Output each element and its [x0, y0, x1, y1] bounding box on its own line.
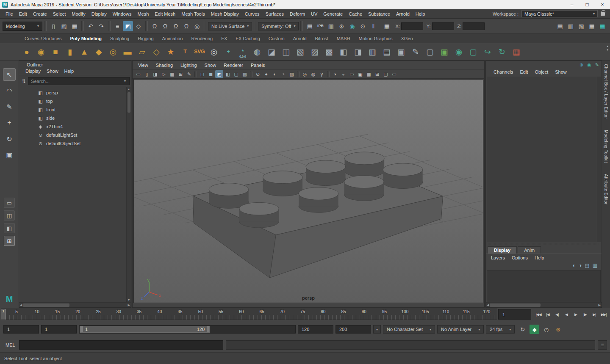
icon[interactable] — [250, 71, 252, 77]
shelf-scroll-spinner[interactable]: ▴ ▾ — [607, 44, 608, 52]
poly-plane-icon[interactable]: ▬ — [121, 45, 134, 58]
bounding-box-mode-icon[interactable]: ▢ — [232, 70, 240, 78]
shelf-tab[interactable]: Animation — [158, 35, 187, 42]
menu-item[interactable]: UV — [308, 11, 320, 17]
menu-item[interactable]: Show — [201, 63, 220, 68]
outliner-item[interactable]: ◧ top — [19, 97, 126, 105]
shelf-tab[interactable]: Rendering — [187, 35, 217, 42]
workspace-selector[interactable]: Maya Classic* ▾ — [521, 10, 598, 17]
poly-cone-icon[interactable]: ▲ — [78, 45, 91, 58]
menu-item[interactable]: Help — [413, 11, 428, 17]
combine-icon[interactable]: ◍ — [251, 45, 263, 58]
separate-icon[interactable]: ◪ — [265, 45, 278, 58]
four-pane-layout-button[interactable]: ⊞ — [4, 236, 15, 246]
menu-item[interactable]: Display — [22, 69, 44, 74]
lock-icon[interactable] — [601, 12, 605, 16]
single-pane-layout-button[interactable]: ▭ — [4, 198, 15, 208]
sculpt-tool-icon[interactable]: ✎ — [409, 45, 422, 58]
outliner-search-input[interactable] — [28, 77, 130, 85]
auto-keyframe-toggle[interactable]: ◆ — [530, 325, 539, 334]
x-input[interactable] — [401, 22, 423, 30]
poly-sphere-icon[interactable]: ● — [20, 45, 33, 58]
select-hierarchy-icon[interactable]: ≡ — [112, 21, 122, 31]
layer-editor-tab[interactable]: Anim — [518, 246, 541, 254]
scroll-down-icon[interactable]: ▼ — [128, 298, 130, 302]
render-current-frame-icon[interactable]: ▤ — [305, 21, 315, 31]
range-end-handle[interactable] — [207, 326, 209, 332]
target-weld-icon[interactable]: ▢ — [467, 45, 480, 58]
channel-edit-icon[interactable]: ✎ — [595, 62, 599, 68]
bevel-icon[interactable]: ▨ — [308, 45, 321, 58]
construction-plane-icon[interactable]: + — [222, 45, 235, 58]
animation-preferences-icon[interactable]: ⊛ — [553, 325, 563, 334]
go-to-end-button[interactable]: ▶▶| — [599, 309, 608, 320]
manip-mode-icon[interactable]: ◉ — [587, 62, 591, 68]
camera-attributes-icon[interactable]: ◨ — [151, 70, 159, 78]
use-all-lights-icon[interactable]: ⊙ — [254, 70, 262, 78]
attribute-editor-toggle-icon[interactable]: ▥ — [566, 21, 576, 31]
shelf-tab[interactable]: Custom — [264, 35, 289, 42]
camera-select-icon[interactable]: ▭ — [134, 70, 142, 78]
y-input[interactable] — [432, 22, 454, 30]
reduce-icon[interactable]: ▥ — [366, 45, 379, 58]
redo-icon[interactable]: ↷ — [96, 21, 106, 31]
shelf-tab[interactable]: Rigging — [133, 35, 158, 42]
menu-item[interactable]: File — [3, 11, 16, 17]
step-forward-key-button[interactable]: |▶ — [580, 309, 590, 320]
grease-pencil-icon[interactable]: ✎ — [185, 70, 193, 78]
menu-item[interactable]: Generate — [320, 11, 346, 17]
menu-item[interactable]: Modify — [69, 11, 88, 17]
render-settings-icon[interactable]: ⊛ — [336, 21, 347, 31]
time-slider-track[interactable]: 5101520253035404550556065707580859095100… — [1, 309, 497, 320]
animation-end-field[interactable]: 200 — [336, 325, 371, 334]
sidebar-tab[interactable]: Modeling Toolkit — [604, 130, 608, 163]
zero-transform-icon[interactable]: * 0,0,0 — [236, 45, 249, 58]
bookmarks-icon[interactable]: ▷ — [160, 70, 168, 78]
channel-box-scrollbar[interactable] — [597, 77, 601, 242]
menu-item[interactable]: Show — [552, 69, 570, 74]
outliner-horizontal-scrollbar[interactable]: ◀ ▶ — [19, 302, 131, 307]
spin-edge-icon[interactable]: ↻ — [496, 45, 508, 58]
xray-icon[interactable]: ◍ — [309, 70, 317, 78]
chevron-down-icon[interactable]: ▾ — [124, 79, 126, 83]
layer-move-down-icon[interactable]: ◑ — [579, 262, 582, 268]
tool-settings-toggle-icon[interactable]: ▧ — [576, 21, 586, 31]
menu-item[interactable]: Mesh Tools — [178, 11, 208, 17]
snap-to-point-icon[interactable]: Ω — [171, 21, 181, 31]
layer-editor-tab[interactable]: Display — [488, 246, 517, 254]
menu-item[interactable]: Display — [89, 11, 110, 17]
new-scene-icon[interactable]: ▯ — [48, 21, 58, 31]
scroll-right-icon[interactable]: ▶ — [599, 303, 601, 308]
menu-item[interactable]: Substance — [365, 11, 393, 17]
new-empty-layer-button[interactable]: ▤ — [585, 262, 589, 268]
shelf-tab[interactable]: Curves / Surfaces — [20, 35, 66, 42]
symmetry-field[interactable]: Symmetry: Off ▾ — [258, 22, 299, 30]
poly-pyramid-icon[interactable]: ◆ — [92, 45, 105, 58]
open-scene-icon[interactable]: ▨ — [59, 21, 69, 31]
scrollbar-thumb[interactable] — [23, 303, 69, 307]
ipr-render-icon[interactable]: IPR — [315, 21, 325, 31]
anim-layer-selector[interactable]: No Anim Layer ▾ — [437, 325, 484, 334]
menu-item[interactable]: Panels — [247, 63, 269, 68]
type-tool-icon[interactable]: T — [179, 45, 191, 58]
undo-icon[interactable]: ↶ — [86, 21, 96, 31]
wireframe-mode-icon[interactable]: ◻ — [198, 70, 206, 78]
menu-item[interactable]: Help — [531, 255, 548, 260]
multi-cut-icon[interactable]: ▦ — [510, 45, 523, 58]
select-tool-icon[interactable]: ↖ — [3, 68, 16, 81]
poly-torus-icon[interactable]: ◎ — [107, 45, 119, 58]
outliner-item[interactable]: ◧ persp — [19, 88, 126, 97]
menu-item[interactable]: Arnold — [393, 11, 413, 17]
scale-tool-icon[interactable]: ▣ — [3, 149, 16, 161]
paint-select-tool-icon[interactable]: ✎ — [3, 100, 16, 113]
render-sequence-icon[interactable]: ▥ — [326, 21, 336, 31]
smooth-shade-wireframe-icon[interactable]: ◩ — [215, 70, 223, 78]
menu-item[interactable]: Shading — [152, 63, 177, 68]
playback-end-field[interactable]: 120 — [298, 325, 333, 334]
menu-item[interactable]: Help — [61, 69, 77, 74]
shelf-tab[interactable]: XGen — [397, 35, 417, 42]
layer-move-up-icon[interactable]: ◐ — [573, 262, 576, 268]
scrollbar-thumb[interactable] — [128, 92, 130, 113]
icon[interactable] — [327, 71, 330, 77]
outliner-vertical-scrollbar[interactable]: ▲ ▼ — [126, 87, 131, 302]
